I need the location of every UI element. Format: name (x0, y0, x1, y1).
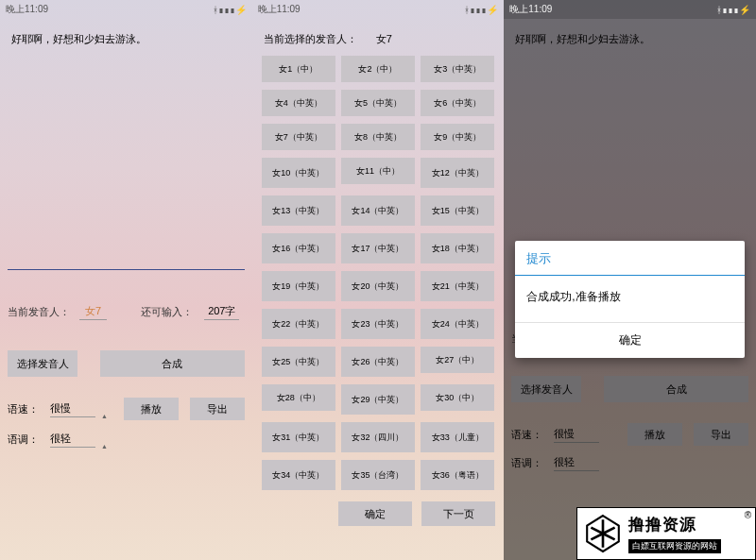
tone-slider-icon[interactable]: ▲ (101, 443, 108, 450)
status-icons: ᚼ▮▮▮⚡ (213, 5, 247, 15)
panel-main: 晚上11:09 ᚼ▮▮▮⚡ 好耶啊，好想和少妇去游泳。 当前发音人： 女7 还可… (0, 0, 252, 560)
synthesize-button[interactable]: 合成 (100, 350, 245, 377)
play-button-dim: 播放 (627, 423, 682, 446)
remain-label: 还可输入： (141, 305, 193, 319)
speed-slider-icon[interactable]: ▲ (101, 413, 108, 419)
dialog-body: 合成成功,准备播放 (515, 276, 745, 322)
tone-value[interactable]: 很轻 (50, 432, 95, 448)
voice-option[interactable]: 女35（台湾） (341, 460, 415, 490)
voice-option[interactable]: 女1（中） (262, 56, 335, 82)
speed-row: 语速： 很慢 ▲ 播放 导出 (8, 398, 245, 420)
watermark-title: 撸撸资源 (628, 514, 721, 535)
status-time: 晚上11:09 (258, 3, 301, 16)
voice-option[interactable]: 女23（中英） (341, 309, 415, 339)
tone-label: 语调： (8, 433, 39, 447)
input-underline (8, 269, 245, 270)
watermark-subtitle: 白嫖互联网资源的网站 (628, 539, 721, 553)
voice-option[interactable]: 女10（中英） (262, 158, 335, 188)
synthesize-button-dim: 合成 (604, 376, 748, 402)
voice-option[interactable]: 女28（中） (262, 384, 335, 411)
tone-row: 语调： 很轻 ▲ (8, 430, 245, 450)
voice-option[interactable]: 女31（中英） (262, 422, 335, 452)
voice-option[interactable]: 女18（中英） (421, 233, 494, 263)
input-text[interactable]: 好耶啊，好想和少妇去游泳。 (8, 26, 245, 52)
voice-option[interactable]: 女27（中） (421, 347, 494, 373)
watermark-logo-icon (583, 514, 623, 553)
voice-option[interactable]: 女14（中英） (341, 195, 415, 226)
speaker-row: 当前发音人： 女7 还可输入： 207字 (8, 304, 245, 320)
next-page-button[interactable]: 下一页 (421, 501, 495, 526)
status-icons: ᚼ▮▮▮⚡ (716, 5, 750, 15)
export-button[interactable]: 导出 (190, 398, 245, 420)
voice-option[interactable]: 女5（中英） (341, 90, 415, 116)
voice-option[interactable]: 女3（中英） (421, 56, 494, 82)
speaker-value[interactable]: 女7 (79, 304, 107, 320)
input-text-dim: 好耶啊，好想和少妇去游泳。 (511, 26, 748, 52)
voice-option[interactable]: 女21（中英） (421, 271, 494, 301)
remain-value: 207字 (204, 304, 239, 320)
confirm-button[interactable]: 确定 (338, 501, 412, 526)
voice-option[interactable]: 女13（中英） (262, 195, 335, 226)
voice-option[interactable]: 女32（四川） (341, 422, 415, 452)
voice-header-value: 女7 (376, 32, 392, 46)
speaker-label: 当前发音人： (8, 305, 70, 319)
tone-row-dim: 语调： 很轻 (511, 455, 748, 471)
voice-option[interactable]: 女34（中英） (262, 460, 335, 490)
status-bar: 晚上11:09 ᚼ▮▮▮⚡ (0, 0, 252, 19)
voice-option[interactable]: 女36（粤语） (421, 460, 494, 490)
voice-option[interactable]: 女19（中英） (262, 271, 335, 301)
status-icons: ᚼ▮▮▮⚡ (464, 5, 498, 15)
dialog-title: 提示 (515, 241, 745, 276)
select-speaker-button[interactable]: 选择发音人 (8, 350, 77, 377)
watermark: 撸撸资源 白嫖互联网资源的网站 ® (576, 507, 756, 560)
voice-header-label: 当前选择的发音人： (264, 32, 357, 46)
speed-label: 语速： (8, 402, 39, 416)
status-time: 晚上11:09 (6, 3, 48, 16)
panel-dialog: 晚上11:09 ᚼ▮▮▮⚡ 好耶啊，好想和少妇去游泳。 当前发音人： 选择发音人… (504, 0, 756, 560)
voice-option[interactable]: 女22（中英） (262, 309, 335, 339)
voice-option[interactable]: 女26（中英） (341, 347, 415, 377)
voice-option[interactable]: 女20（中英） (341, 271, 415, 301)
action-row-dim: 选择发音人 合成 (511, 376, 748, 402)
voice-option[interactable]: 女11（中） (341, 158, 415, 184)
voice-option[interactable]: 女33（儿童） (421, 422, 494, 452)
voice-option[interactable]: 女9（中英） (421, 124, 494, 150)
voice-option[interactable]: 女15（中英） (421, 195, 494, 226)
voice-option[interactable]: 女2（中） (341, 56, 415, 82)
watermark-reg-icon: ® (745, 510, 751, 520)
speed-row-dim: 语速： 很慢 播放 导出 (511, 423, 748, 446)
status-bar: 晚上11:09 ᚼ▮▮▮⚡ (504, 0, 756, 19)
voice-option[interactable]: 女25（中英） (262, 347, 335, 377)
status-time: 晚上11:09 (509, 3, 552, 16)
voice-header: 当前选择的发音人： 女7 (260, 26, 497, 52)
voice-grid: 女1（中）女2（中）女3（中英）女4（中英）女5（中英）女6（中英）女7（中英）… (260, 52, 497, 494)
voice-option[interactable]: 女8（中英） (341, 124, 415, 150)
select-speaker-button-dim: 选择发音人 (511, 376, 581, 402)
status-bar: 晚上11:09 ᚼ▮▮▮⚡ (252, 0, 505, 19)
speed-value[interactable]: 很慢 (50, 401, 95, 417)
panel2-content: 当前选择的发音人： 女7 女1（中）女2（中）女3（中英）女4（中英）女5（中英… (252, 19, 505, 560)
dialog-ok-button[interactable]: 确定 (515, 322, 745, 358)
panel1-content: 好耶啊，好想和少妇去游泳。 当前发音人： 女7 还可输入： 207字 选择发音人… (0, 19, 252, 560)
voice-option[interactable]: 女30（中） (421, 384, 494, 411)
alert-dialog: 提示 合成成功,准备播放 确定 (515, 241, 745, 358)
action-row-1: 选择发音人 合成 (8, 350, 245, 377)
voice-option[interactable]: 女16（中英） (262, 233, 335, 263)
export-button-dim: 导出 (694, 423, 748, 446)
voice-option[interactable]: 女29（中英） (341, 384, 415, 415)
voice-option[interactable]: 女12（中英） (421, 158, 494, 188)
voice-option[interactable]: 女6（中英） (421, 90, 494, 116)
panel-voice-select: 晚上11:09 ᚼ▮▮▮⚡ 当前选择的发音人： 女7 女1（中）女2（中）女3（… (252, 0, 505, 560)
voice-footer: 确定 下一页 (260, 501, 497, 526)
voice-option[interactable]: 女17（中英） (341, 233, 415, 263)
play-button[interactable]: 播放 (124, 398, 179, 420)
voice-option[interactable]: 女24（中英） (421, 309, 494, 339)
watermark-text: 撸撸资源 白嫖互联网资源的网站 (628, 514, 721, 553)
voice-option[interactable]: 女7（中英） (262, 124, 335, 150)
voice-option[interactable]: 女4（中英） (262, 90, 335, 116)
